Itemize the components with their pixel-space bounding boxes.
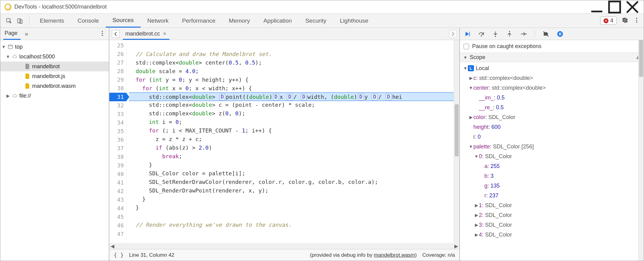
sidebar-kebab-icon[interactable]	[99, 30, 106, 38]
coverage-text: Coverage: n/a	[422, 252, 455, 258]
file-tree: ▼ top ▼ localhost:5000 mandelbrot	[0, 40, 109, 103]
checkbox[interactable]	[464, 44, 469, 49]
deactivate-breakpoints-icon[interactable]	[542, 30, 550, 38]
tab-lighthouse[interactable]: Lighthouse	[333, 14, 375, 28]
tab-network[interactable]: Network	[141, 14, 176, 28]
svg-rect-16	[469, 32, 470, 36]
svg-rect-14	[8, 45, 13, 49]
device-toolbar-icon[interactable]	[14, 14, 25, 28]
scope-var-row[interactable]: ▼0: SDL_Color	[461, 151, 644, 161]
tree-label: file://	[19, 93, 31, 99]
scope-var-row[interactable]: ▼palette: SDL_Color [256]	[461, 142, 644, 151]
sidebar-tab-page[interactable]: Page	[3, 30, 21, 40]
svg-point-10	[636, 21, 637, 23]
scope-var-row[interactable]: ▶4: SDL_Color	[461, 230, 644, 240]
window-maximize-button[interactable]	[606, 0, 623, 14]
tree-row-top[interactable]: ▼ top	[0, 42, 109, 52]
code-vertical-scrollbar[interactable]	[454, 40, 459, 243]
scope-var-row[interactable]: ▶2: SDL_Color	[461, 210, 644, 220]
cloud-icon	[12, 93, 17, 99]
cursor-position: Line 31, Column 42	[129, 252, 174, 258]
nav-back-icon[interactable]	[112, 30, 120, 38]
error-icon: ✕	[604, 18, 608, 23]
scope-var-row[interactable]: ▶color: SDL_Color	[461, 112, 644, 122]
line-number-gutter[interactable]: 2526272829303132333435363738394041424344…	[109, 40, 127, 243]
tree-row-file-scheme[interactable]: ▶ file://	[0, 91, 109, 101]
debug-panel: Pause on caught exceptions ▼ Scope ▲ ▼L …	[460, 28, 644, 261]
scope-var-row[interactable]: ▶1: SDL_Color	[461, 200, 644, 210]
cloud-icon	[12, 54, 17, 59]
tree-row-host[interactable]: ▼ localhost:5000	[0, 52, 109, 62]
sources-sidebar: Page » ▼ top ▼ localhost:5000	[0, 28, 109, 261]
svg-point-22	[557, 31, 563, 36]
svg-point-9	[636, 20, 637, 21]
tab-application[interactable]: Application	[257, 14, 299, 28]
svg-point-11	[102, 31, 103, 32]
window-titlebar: DevTools - localhost:5000/mandelbrot	[0, 0, 644, 14]
pretty-print-icon[interactable]: { }	[114, 252, 124, 258]
code-area[interactable]: // Calculate and draw the Mandelbrot set…	[127, 40, 454, 243]
scope-var-row: __re_: 0.5	[461, 103, 644, 112]
editor-panel: mandelbrot.cc × 252627282930313233343536…	[109, 28, 460, 261]
file-icon	[25, 64, 30, 69]
scope-label: Scope	[470, 54, 485, 61]
debug-vertical-scrollbar[interactable]	[638, 40, 644, 261]
scope-var-row: b: 3	[461, 171, 644, 181]
file-icon	[25, 73, 30, 79]
file-icon	[25, 83, 30, 89]
frame-icon	[8, 44, 13, 50]
editor-tab-mandelbrot[interactable]: mandelbrot.cc ×	[123, 31, 169, 40]
step-into-icon[interactable]	[492, 30, 499, 38]
step-icon[interactable]	[520, 30, 527, 38]
editor-tab-label: mandelbrot.cc	[125, 31, 160, 37]
svg-point-7	[624, 19, 626, 21]
more-menu-icon[interactable]	[633, 17, 640, 25]
editor-status-bar: { } Line 31, Column 42 (provided via deb…	[109, 249, 459, 261]
tab-console[interactable]: Console	[71, 14, 106, 28]
svg-point-19	[509, 31, 510, 32]
code-horizontal-scrollbar[interactable]: ◀ ▶	[109, 243, 459, 249]
tab-memory[interactable]: Memory	[222, 14, 257, 28]
pause-on-exceptions-icon[interactable]	[556, 30, 564, 38]
svg-rect-5	[18, 19, 21, 23]
resume-icon[interactable]	[464, 30, 471, 38]
tab-performance[interactable]: Performance	[175, 14, 222, 28]
nav-forward-icon[interactable]	[449, 30, 457, 38]
error-count-pill[interactable]: ✕ 4	[600, 17, 617, 25]
sidebar-more-tabs-icon[interactable]: »	[25, 30, 28, 37]
debug-toolbar	[460, 28, 644, 40]
tab-elements[interactable]: Elements	[33, 14, 71, 28]
tree-label: mandelbrot	[32, 63, 60, 70]
svg-point-20	[525, 33, 527, 35]
scope-var-row[interactable]: ▶3: SDL_Color	[461, 220, 644, 230]
close-tab-icon[interactable]: ×	[163, 31, 166, 37]
svg-rect-24	[560, 32, 561, 35]
step-out-icon[interactable]	[506, 30, 513, 38]
settings-gear-icon[interactable]	[622, 17, 628, 25]
tree-row-file[interactable]: mandelbrot	[0, 62, 109, 71]
window-minimize-button[interactable]	[588, 0, 606, 14]
scope-section-header[interactable]: ▼ Scope ▲	[460, 53, 644, 62]
pause-on-caught-row[interactable]: Pause on caught exceptions	[460, 40, 644, 53]
tab-security[interactable]: Security	[299, 14, 333, 28]
sidebar-header: Page »	[0, 28, 109, 40]
svg-point-12	[102, 33, 103, 34]
scope-local[interactable]: ▼L Local	[461, 63, 644, 73]
inspect-element-icon[interactable]	[3, 14, 14, 28]
scope-var-row[interactable]: ▶c: std::complex<double>	[461, 73, 644, 83]
pause-on-caught-label: Pause on caught exceptions	[472, 43, 541, 50]
scope-var-row: height: 600	[461, 122, 644, 132]
tree-row-file[interactable]: mandelbrot.js	[0, 71, 109, 81]
scope-var-row[interactable]: ▼center: std::complex<double>	[461, 83, 644, 93]
step-over-icon[interactable]	[478, 30, 485, 38]
svg-point-8	[636, 17, 637, 19]
tree-row-file[interactable]: mandelbrot.wasm	[0, 81, 109, 91]
debug-info-link[interactable]: mandelbrot.wasm	[374, 252, 415, 258]
local-badge-icon: L	[468, 65, 474, 71]
scope-tree: ▼L Local ▶c: std::complex<double> ▼cente…	[460, 62, 644, 241]
window-close-button[interactable]	[623, 0, 641, 14]
svg-rect-23	[559, 32, 560, 35]
svg-point-13	[102, 35, 103, 36]
editor-tabbar: mandelbrot.cc ×	[109, 28, 459, 40]
tab-sources[interactable]: Sources	[106, 14, 141, 28]
